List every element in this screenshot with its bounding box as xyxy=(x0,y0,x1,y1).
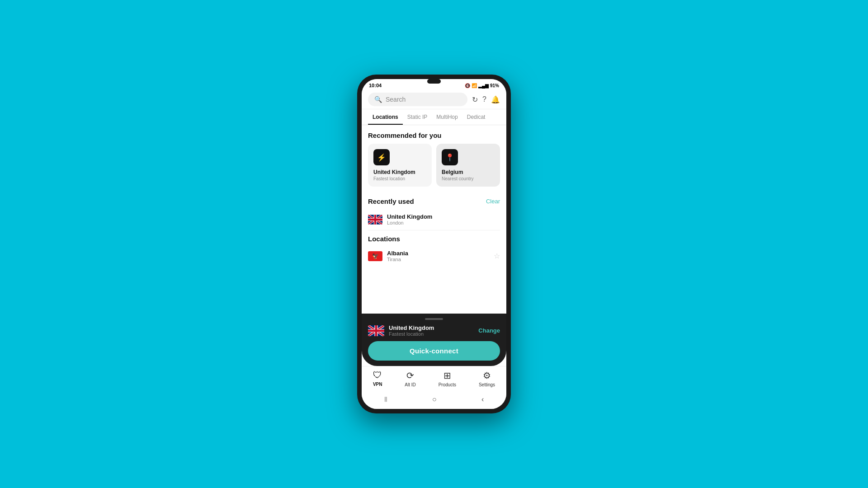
refresh-icon[interactable]: ↻ xyxy=(472,95,478,104)
change-button[interactable]: Change xyxy=(478,327,500,334)
phone-outer: 10:04 🔇 📶 ▂▄▆ 91% 🔍 Search ↻ ? 🔔 Lo xyxy=(357,75,511,413)
drag-handle xyxy=(425,318,443,320)
status-icons: 🔇 📶 ▂▄▆ 91% xyxy=(465,83,499,88)
recent-item-uk-name: United Kingdom xyxy=(387,213,500,220)
recommended-title: Recommended for you xyxy=(362,125,506,144)
nav-bar: 🛡 VPN ⟳ Alt ID ⊞ Products ⚙ Settings xyxy=(362,366,506,392)
recent-item-uk-info: United Kingdom London xyxy=(387,213,500,225)
card-nearest-icon: 📍 xyxy=(442,149,458,165)
albania-city: Tirana xyxy=(387,257,489,262)
search-bar: 🔍 Search ↻ ? 🔔 xyxy=(362,90,506,109)
signal-icon: ▂▄▆ xyxy=(478,83,489,88)
recent-apps-icon[interactable]: ⦀ xyxy=(384,395,387,404)
phone-notch xyxy=(427,79,441,84)
content-area: Recommended for you ⚡ United Kingdom Fas… xyxy=(362,125,506,314)
albania-eagle-icon: 🦅 xyxy=(372,253,379,259)
recent-item-uk-city: London xyxy=(387,220,500,225)
mute-icon: 🔇 xyxy=(465,83,470,88)
settings-icon: ⚙ xyxy=(483,370,491,381)
locations-title: Locations xyxy=(362,230,506,245)
bottom-location-name: United Kingdom xyxy=(389,324,478,331)
recently-used-header: Recently used Clear xyxy=(362,193,506,209)
uk-flag-recent xyxy=(368,215,382,225)
card-fastest-icon: ⚡ xyxy=(373,149,390,165)
products-icon: ⊞ xyxy=(443,370,451,381)
albania-info: Albania Tirana xyxy=(387,250,489,262)
quick-connect-button[interactable]: Quick-connect xyxy=(368,341,500,361)
tab-locations[interactable]: Locations xyxy=(368,109,403,125)
recommended-cards: ⚡ United Kingdom Fastest location 📍 Belg… xyxy=(362,144,506,193)
card-nearest-name: Belgium xyxy=(442,169,495,175)
altid-icon: ⟳ xyxy=(406,370,414,381)
bottom-location-info: United Kingdom Fastest location xyxy=(389,324,478,337)
search-icon: 🔍 xyxy=(374,96,382,103)
home-icon[interactable]: ○ xyxy=(432,395,437,404)
bottom-location-sub: Fastest location xyxy=(389,331,478,337)
bottom-uk-flag xyxy=(368,325,384,336)
card-fastest[interactable]: ⚡ United Kingdom Fastest location xyxy=(368,144,432,187)
battery-level: 91% xyxy=(490,83,499,88)
search-actions: ↻ ? 🔔 xyxy=(472,95,500,104)
tab-multihop[interactable]: MultiHop xyxy=(432,109,462,125)
recently-used-title: Recently used xyxy=(368,197,414,205)
bottom-location-row: United Kingdom Fastest location Change xyxy=(368,324,500,337)
recent-item-uk[interactable]: United Kingdom London xyxy=(362,209,506,230)
altid-label: Alt ID xyxy=(405,382,415,387)
card-nearest-sub: Nearest country xyxy=(442,176,495,181)
albania-name: Albania xyxy=(387,250,489,257)
android-nav: ⦀ ○ ‹ xyxy=(362,392,506,409)
bolt-icon: ⚡ xyxy=(377,153,386,162)
pin-icon: 📍 xyxy=(445,153,454,162)
card-fastest-sub: Fastest location xyxy=(373,176,426,181)
tabs-container: Locations Static IP MultiHop Dedicat xyxy=(362,109,506,125)
clear-button[interactable]: Clear xyxy=(486,198,500,205)
products-label: Products xyxy=(439,382,456,387)
bottom-bar: United Kingdom Fastest location Change Q… xyxy=(362,314,506,366)
card-nearest[interactable]: 📍 Belgium Nearest country xyxy=(436,144,500,187)
status-time: 10:04 xyxy=(369,83,382,88)
albania-flag: 🦅 xyxy=(368,251,382,261)
albania-star-icon[interactable]: ☆ xyxy=(494,252,500,260)
location-item-albania[interactable]: 🦅 Albania Tirana ☆ xyxy=(362,245,506,267)
search-text: Search xyxy=(386,96,406,103)
back-icon[interactable]: ‹ xyxy=(481,395,484,404)
wifi-icon: 📶 xyxy=(472,83,477,88)
search-input-area[interactable]: 🔍 Search xyxy=(368,93,467,106)
settings-label: Settings xyxy=(479,382,495,387)
nav-item-settings[interactable]: ⚙ Settings xyxy=(479,370,495,387)
card-fastest-name: United Kingdom xyxy=(373,169,426,175)
nav-item-vpn[interactable]: 🛡 VPN xyxy=(373,370,382,387)
tab-dedicated[interactable]: Dedicat xyxy=(462,109,490,125)
vpn-label: VPN xyxy=(373,382,382,387)
nav-item-altid[interactable]: ⟳ Alt ID xyxy=(405,370,415,387)
help-icon[interactable]: ? xyxy=(482,95,486,103)
bell-icon[interactable]: 🔔 xyxy=(491,95,500,104)
phone-inner: 10:04 🔇 📶 ▂▄▆ 91% 🔍 Search ↻ ? 🔔 Lo xyxy=(362,79,506,409)
tab-static-ip[interactable]: Static IP xyxy=(403,109,432,125)
nav-item-products[interactable]: ⊞ Products xyxy=(439,370,456,387)
vpn-icon: 🛡 xyxy=(373,370,382,380)
